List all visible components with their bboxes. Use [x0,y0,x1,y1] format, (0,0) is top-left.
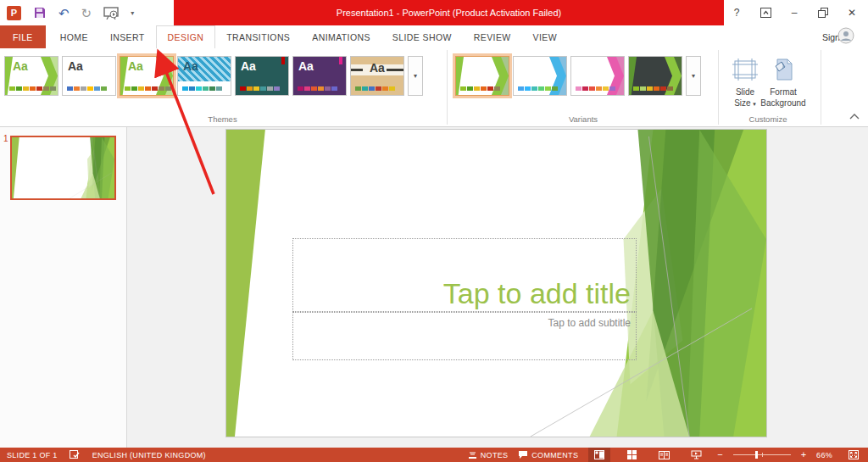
comments-toggle[interactable]: COMMENTS [518,450,578,459]
normal-view-button[interactable] [588,448,610,462]
theme-aa-label: Aa [298,59,314,73]
slide-canvas: Tap to add title Tap to add subtitle [128,127,868,448]
theme-thumbnail-1[interactable]: Aa [4,56,58,96]
theme-thumbnail-5[interactable]: Aa [235,56,289,96]
ribbon-design: Aa Aa Aa Aa Aa [0,48,868,127]
notes-icon [468,451,477,459]
tab-animations[interactable]: ANIMATIONS [301,25,381,48]
variant-color-swatches [576,86,615,91]
themes-more-button[interactable]: ▾ [408,56,423,96]
slide-thumbnail-panel: 1 [0,127,127,448]
close-button[interactable]: ✕ [837,0,866,25]
slide-editing-area[interactable]: Tap to add title Tap to add subtitle [225,129,767,437]
workspace: 1 Tap to add title Tap to add subtitle [0,127,868,448]
account-icon[interactable] [837,27,854,44]
undo-icon[interactable]: ↶ [58,7,70,19]
variant-thumbnail-2[interactable] [513,56,567,96]
theme-aa-label: Aa [241,59,256,73]
ribbon-tabs: FILE HOME INSERT DESIGN TRANSITIONS ANIM… [0,25,868,48]
group-separator [447,50,448,125]
notes-toggle[interactable]: NOTES [468,451,509,459]
group-separator [718,50,719,125]
tab-review[interactable]: REVIEW [463,25,522,48]
tab-insert[interactable]: INSERT [99,25,156,48]
language-indicator[interactable]: ENGLISH (UNITED KINGDOM) [92,451,206,459]
organic-bar [387,69,403,71]
powerpoint-logo-icon[interactable]: P [7,6,21,20]
customize-qat-icon[interactable]: ▾ [131,9,134,17]
ribbon-display-options-button[interactable] [751,0,780,25]
fit-slide-to-window-button[interactable] [843,448,865,462]
slideshow-view-button[interactable] [685,448,707,462]
slide-1-thumbnail[interactable] [10,136,116,200]
help-button[interactable]: ? [722,0,751,25]
tab-view[interactable]: VIEW [522,25,568,48]
variants-gallery: ▾ [455,56,701,96]
subtitle-placeholder[interactable]: Tap to add subtitle [292,312,637,360]
theme-aa-label: Aa [13,59,28,73]
themes-gallery: Aa Aa Aa Aa Aa [4,56,423,96]
theme-aa-label: Aa [68,59,83,73]
variant-thumbnail-3[interactable] [570,56,625,96]
tab-slideshow[interactable]: SLIDE SHOW [381,25,463,48]
slide-sorter-view-button[interactable] [620,448,643,462]
title-placeholder[interactable]: Tap to add title [292,238,637,312]
themes-group-label: Themes [0,114,445,124]
save-icon[interactable] [33,6,47,19]
variant-thumbnail-4[interactable] [628,56,682,96]
sign-in-link[interactable]: Sign in [822,25,849,48]
tab-design[interactable]: DESIGN [156,25,216,48]
reading-view-icon [659,451,670,459]
theme-color-swatches [9,86,56,91]
tab-transitions[interactable]: TRANSITIONS [215,25,301,48]
format-background-button[interactable]: Format Background [753,55,814,109]
theme-color-swatches [240,86,280,91]
tab-home[interactable]: HOME [49,25,99,48]
theme-color-swatches [125,86,171,91]
minimize-button[interactable]: – [780,0,809,25]
powerpoint-window: P ↶ ↻ ▾ Presentation1 - PowerPoint (Prod… [0,0,868,462]
customize-group-label: Customize [721,114,815,124]
status-bar: SLIDE 1 OF 1 ENGLISH (UNITED KINGDOM) NO… [0,448,868,462]
window-controls: ? – ✕ [722,0,866,25]
collapse-ribbon-button[interactable] [849,108,860,123]
restore-button[interactable] [809,0,837,25]
start-slideshow-icon[interactable] [103,7,119,19]
normal-view-icon [594,450,604,459]
quick-access-toolbar: P ↶ ↻ ▾ [7,0,134,25]
organic-bar [351,69,363,71]
tab-file[interactable]: FILE [0,25,46,48]
format-background-icon [753,55,814,84]
slide-count[interactable]: SLIDE 1 OF 1 [7,451,58,459]
theme-aa-label: Aa [128,59,143,73]
theme-color-swatches [355,86,395,91]
theme-aa-label: Aa [183,59,198,73]
theme-corner-accent [281,57,285,64]
zoom-out-button[interactable]: − [717,450,722,459]
fit-to-window-icon [849,450,859,459]
variant-color-swatches [633,86,673,91]
zoom-in-button[interactable]: + [801,450,806,459]
slide-number: 1 [3,134,8,143]
zoom-slider-thumb[interactable] [755,451,758,459]
variants-group-label: Variants [449,114,717,124]
spellcheck-icon[interactable] [70,450,81,459]
variant-thumbnail-1-selected[interactable] [455,56,509,96]
window-title: Presentation1 - PowerPoint (Product Acti… [174,0,724,25]
zoom-slider[interactable] [733,454,791,455]
zoom-level[interactable]: 66% [816,451,832,459]
theme-corner-accent [339,57,342,64]
slideshow-icon [691,450,702,459]
theme-thumbnail-7[interactable]: Aa [350,56,404,96]
theme-thumbnail-6[interactable]: Aa [292,56,347,96]
redo-icon[interactable]: ↻ [81,7,92,19]
reading-view-button[interactable] [653,448,675,462]
theme-thumbnail-4[interactable]: Aa [177,56,231,96]
slide-sorter-icon [627,450,637,459]
title-bar: P ↶ ↻ ▾ Presentation1 - PowerPoint (Prod… [0,0,868,25]
variants-more-button[interactable]: ▾ [686,56,701,96]
theme-thumbnail-2[interactable]: Aa [62,56,116,96]
theme-thumbnail-3-selected[interactable]: Aa [120,56,174,96]
theme-color-swatches [298,86,337,91]
theme-color-swatches [182,86,222,91]
